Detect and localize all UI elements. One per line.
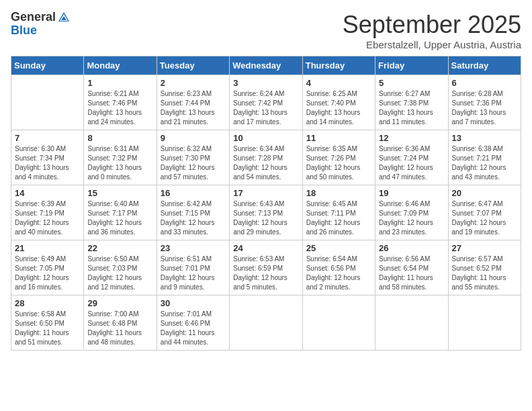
calendar-cell: 12Sunrise: 6:36 AMSunset: 7:24 PMDayligh…: [375, 130, 448, 185]
day-info: Sunrise: 6:47 AMSunset: 7:07 PMDaylight:…: [452, 199, 517, 237]
day-info: Sunrise: 6:24 AMSunset: 7:42 PMDaylight:…: [233, 89, 298, 127]
calendar-cell: 2Sunrise: 6:23 AMSunset: 7:44 PMDaylight…: [157, 75, 229, 130]
calendar-cell: 23Sunrise: 6:51 AMSunset: 7:01 PMDayligh…: [157, 240, 229, 295]
day-number: 21: [15, 243, 80, 253]
day-number: 25: [306, 243, 371, 253]
day-info: Sunrise: 6:58 AMSunset: 6:50 PMDaylight:…: [15, 310, 80, 347]
day-number: 14: [15, 188, 80, 198]
calendar-cell: 21Sunrise: 6:49 AMSunset: 7:05 PMDayligh…: [11, 240, 84, 295]
day-number: 17: [233, 188, 298, 198]
day-info: Sunrise: 7:00 AMSunset: 6:48 PMDaylight:…: [87, 310, 152, 347]
calendar-cell: 15Sunrise: 6:40 AMSunset: 7:17 PMDayligh…: [84, 185, 157, 240]
calendar-cell: 11Sunrise: 6:35 AMSunset: 7:26 PMDayligh…: [302, 130, 375, 185]
day-info: Sunrise: 6:32 AMSunset: 7:30 PMDaylight:…: [161, 144, 226, 182]
day-number: 19: [379, 188, 444, 198]
calendar-cell: 10Sunrise: 6:34 AMSunset: 7:28 PMDayligh…: [230, 130, 302, 185]
calendar-cell: 6Sunrise: 6:28 AMSunset: 7:36 PMDaylight…: [448, 75, 521, 130]
weekday-header-wednesday: Wednesday: [230, 56, 302, 75]
day-info: Sunrise: 6:53 AMSunset: 6:59 PMDaylight:…: [233, 255, 298, 292]
day-number: 23: [161, 243, 226, 253]
day-info: Sunrise: 6:42 AMSunset: 7:15 PMDaylight:…: [161, 199, 226, 237]
calendar-week-1: 7Sunrise: 6:30 AMSunset: 7:34 PMDaylight…: [11, 130, 521, 185]
day-number: 26: [379, 243, 444, 253]
day-number: 2: [161, 78, 226, 88]
day-number: 1: [87, 78, 152, 88]
day-info: Sunrise: 6:36 AMSunset: 7:24 PMDaylight:…: [379, 144, 444, 182]
day-number: 28: [15, 298, 80, 308]
day-number: 7: [15, 133, 80, 143]
day-number: 20: [452, 188, 517, 198]
calendar-cell: 5Sunrise: 6:27 AMSunset: 7:38 PMDaylight…: [375, 75, 448, 130]
calendar-cell: 1Sunrise: 6:21 AMSunset: 7:46 PMDaylight…: [84, 75, 157, 130]
calendar-week-4: 28Sunrise: 6:58 AMSunset: 6:50 PMDayligh…: [11, 295, 521, 351]
calendar-cell: 29Sunrise: 7:00 AMSunset: 6:48 PMDayligh…: [84, 295, 157, 351]
weekday-header-monday: Monday: [84, 56, 157, 75]
day-info: Sunrise: 6:25 AMSunset: 7:40 PMDaylight:…: [306, 89, 371, 127]
calendar-cell: [448, 295, 521, 351]
calendar-cell: 16Sunrise: 6:42 AMSunset: 7:15 PMDayligh…: [157, 185, 229, 240]
day-info: Sunrise: 6:46 AMSunset: 7:09 PMDaylight:…: [379, 199, 444, 237]
day-info: Sunrise: 6:38 AMSunset: 7:21 PMDaylight:…: [452, 144, 517, 182]
day-info: Sunrise: 6:21 AMSunset: 7:46 PMDaylight:…: [87, 89, 152, 127]
day-number: 4: [306, 78, 371, 88]
day-info: Sunrise: 6:31 AMSunset: 7:32 PMDaylight:…: [87, 144, 152, 182]
calendar-cell: 26Sunrise: 6:56 AMSunset: 6:54 PMDayligh…: [375, 240, 448, 295]
calendar-cell: 9Sunrise: 6:32 AMSunset: 7:30 PMDaylight…: [157, 130, 229, 185]
day-number: 15: [87, 188, 152, 198]
day-info: Sunrise: 6:49 AMSunset: 7:05 PMDaylight:…: [15, 255, 80, 292]
day-info: Sunrise: 6:45 AMSunset: 7:11 PMDaylight:…: [306, 199, 371, 237]
calendar-cell: 24Sunrise: 6:53 AMSunset: 6:59 PMDayligh…: [230, 240, 302, 295]
calendar-cell: 20Sunrise: 6:47 AMSunset: 7:07 PMDayligh…: [448, 185, 521, 240]
day-info: Sunrise: 6:28 AMSunset: 7:36 PMDaylight:…: [452, 89, 517, 127]
day-info: Sunrise: 6:39 AMSunset: 7:19 PMDaylight:…: [15, 199, 80, 237]
day-number: 12: [379, 133, 444, 143]
calendar: SundayMondayTuesdayWednesdayThursdayFrid…: [11, 56, 521, 351]
day-info: Sunrise: 6:50 AMSunset: 7:03 PMDaylight:…: [87, 255, 152, 292]
day-number: 30: [161, 298, 226, 308]
header: General Blue September 2025 Eberstalzell…: [11, 11, 521, 50]
day-number: 9: [161, 133, 226, 143]
day-number: 18: [306, 188, 371, 198]
day-info: Sunrise: 6:30 AMSunset: 7:34 PMDaylight:…: [15, 144, 80, 182]
day-number: 24: [233, 243, 298, 253]
calendar-cell: 14Sunrise: 6:39 AMSunset: 7:19 PMDayligh…: [11, 185, 84, 240]
day-number: 10: [233, 133, 298, 143]
calendar-cell: 19Sunrise: 6:46 AMSunset: 7:09 PMDayligh…: [375, 185, 448, 240]
day-info: Sunrise: 6:40 AMSunset: 7:17 PMDaylight:…: [87, 199, 152, 237]
calendar-week-3: 21Sunrise: 6:49 AMSunset: 7:05 PMDayligh…: [11, 240, 521, 295]
day-info: Sunrise: 6:43 AMSunset: 7:13 PMDaylight:…: [233, 199, 298, 237]
calendar-cell: [11, 75, 84, 130]
day-info: Sunrise: 6:35 AMSunset: 7:26 PMDaylight:…: [306, 144, 371, 182]
calendar-cell: 25Sunrise: 6:54 AMSunset: 6:56 PMDayligh…: [302, 240, 375, 295]
calendar-cell: 13Sunrise: 6:38 AMSunset: 7:21 PMDayligh…: [448, 130, 521, 185]
calendar-cell: [230, 295, 302, 351]
day-number: 27: [452, 243, 517, 253]
day-info: Sunrise: 6:23 AMSunset: 7:44 PMDaylight:…: [161, 89, 226, 127]
weekday-header-friday: Friday: [375, 56, 448, 75]
day-number: 16: [161, 188, 226, 198]
logo: General Blue: [11, 11, 71, 38]
day-number: 22: [87, 243, 152, 253]
day-number: 11: [306, 133, 371, 143]
calendar-cell: 17Sunrise: 6:43 AMSunset: 7:13 PMDayligh…: [230, 185, 302, 240]
logo-general-text: General: [11, 11, 56, 24]
day-info: Sunrise: 6:54 AMSunset: 6:56 PMDaylight:…: [306, 255, 371, 292]
weekday-header-saturday: Saturday: [448, 56, 521, 75]
weekday-header-sunday: Sunday: [11, 56, 84, 75]
weekday-header-tuesday: Tuesday: [157, 56, 229, 75]
calendar-week-0: 1Sunrise: 6:21 AMSunset: 7:46 PMDaylight…: [11, 75, 521, 130]
logo-icon: [57, 11, 71, 24]
calendar-cell: 8Sunrise: 6:31 AMSunset: 7:32 PMDaylight…: [84, 130, 157, 185]
calendar-cell: 27Sunrise: 6:57 AMSunset: 6:52 PMDayligh…: [448, 240, 521, 295]
calendar-cell: [302, 295, 375, 351]
day-info: Sunrise: 6:57 AMSunset: 6:52 PMDaylight:…: [452, 255, 517, 292]
location-title: Eberstalzell, Upper Austria, Austria: [343, 39, 521, 50]
day-info: Sunrise: 7:01 AMSunset: 6:46 PMDaylight:…: [161, 310, 226, 347]
calendar-cell: 30Sunrise: 7:01 AMSunset: 6:46 PMDayligh…: [157, 295, 229, 351]
day-number: 29: [87, 298, 152, 308]
calendar-cell: 18Sunrise: 6:45 AMSunset: 7:11 PMDayligh…: [302, 185, 375, 240]
calendar-cell: 3Sunrise: 6:24 AMSunset: 7:42 PMDaylight…: [230, 75, 302, 130]
title-area: September 2025 Eberstalzell, Upper Austr…: [343, 11, 521, 50]
day-info: Sunrise: 6:51 AMSunset: 7:01 PMDaylight:…: [161, 255, 226, 292]
logo-blue-text: Blue: [11, 24, 37, 37]
